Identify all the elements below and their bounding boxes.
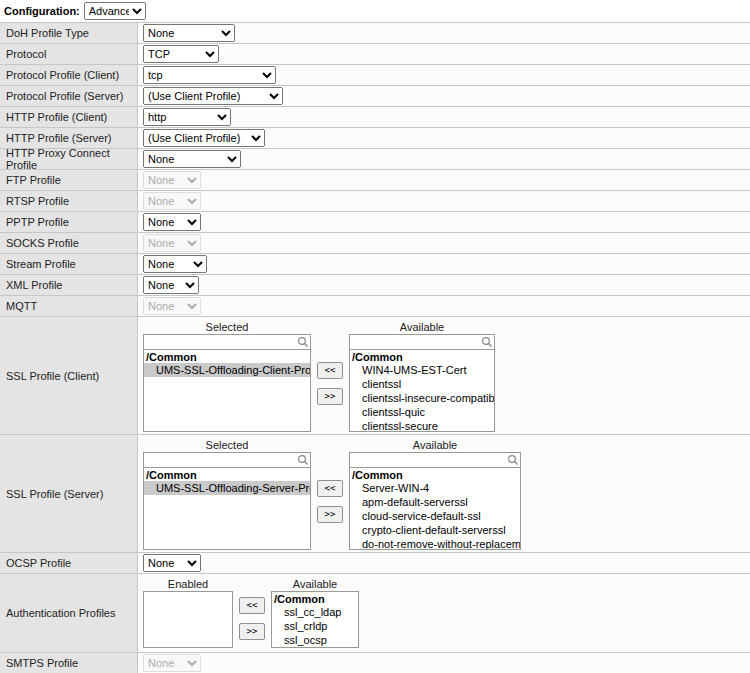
list-item[interactable]: clientssl-quic	[350, 405, 494, 419]
list-item[interactable]: apm-default-serverssl	[350, 495, 520, 509]
ssl-client-move-right-button[interactable]: >>	[317, 388, 343, 405]
row-label: Protocol	[0, 44, 138, 64]
protocol-profile-client-row: Protocol Profile (Client) tcp	[0, 65, 750, 86]
row-label: SOCKS Profile	[0, 233, 138, 253]
ssl-server-available-list[interactable]: /Common Server-WIN-4apm-default-serverss…	[349, 468, 521, 550]
partition-group-label: /Common	[144, 350, 310, 363]
socks-profile-select: None	[143, 234, 201, 252]
row-label: SSL Profile (Server)	[0, 435, 138, 552]
auth-enabled-list[interactable]	[143, 591, 233, 648]
selected-header: Selected	[143, 438, 311, 452]
authentication-profiles-row: Authentication Profiles Enabled << >> Av…	[0, 574, 750, 653]
available-header: Available	[271, 577, 359, 591]
ssl-server-move-right-button[interactable]: >>	[317, 506, 343, 523]
partition-group-label: /Common	[350, 468, 520, 481]
row-label: HTTP Profile (Client)	[0, 107, 138, 127]
doh-profile-type-select[interactable]: None	[143, 24, 235, 42]
http-proxy-connect-profile-select[interactable]: None	[143, 150, 241, 168]
row-label: Authentication Profiles	[0, 574, 138, 652]
list-item[interactable]: WIN4-UMS-EST-Cert	[350, 363, 494, 377]
search-icon	[297, 454, 309, 466]
ssl-server-selected-list[interactable]: /Common UMS-SSL-Offloading-Server-Profil…	[143, 468, 311, 550]
configuration-mode-select[interactable]: Advanced	[84, 2, 146, 20]
row-label: XML Profile	[0, 275, 138, 295]
selected-header: Selected	[143, 320, 311, 334]
row-label: Stream Profile	[0, 254, 138, 274]
protocol-profile-server-row: Protocol Profile (Server) (Use Client Pr…	[0, 86, 750, 107]
rtsp-profile-select: None	[143, 192, 201, 210]
available-header: Available	[349, 320, 495, 334]
http-proxy-connect-profile-row: HTTP Proxy Connect Profile None	[0, 149, 750, 170]
list-item[interactable]: Server-WIN-4	[350, 481, 520, 495]
mqtt-select: None	[143, 297, 201, 315]
row-label: FTP Profile	[0, 170, 138, 190]
row-label: MQTT	[0, 296, 138, 316]
list-item[interactable]: clientssl	[350, 377, 494, 391]
stream-profile-select[interactable]: None	[143, 255, 207, 273]
auth-move-right-button[interactable]: >>	[239, 623, 265, 640]
socks-profile-row: SOCKS Profile None	[0, 233, 750, 254]
list-item[interactable]: ssl_ocsp	[272, 633, 358, 647]
row-label: Protocol Profile (Client)	[0, 65, 138, 85]
search-icon	[297, 336, 309, 348]
pptp-profile-row: PPTP Profile None	[0, 212, 750, 233]
list-item[interactable]: ssl_cc_ldap	[272, 605, 358, 619]
ssl-profile-client-row: SSL Profile (Client) Selected /Common UM…	[0, 317, 750, 435]
partition-group-label: /Common	[272, 592, 358, 605]
search-icon	[481, 336, 493, 348]
ssl-server-selected-search-input[interactable]	[143, 452, 311, 468]
ssl-client-selected-list[interactable]: /Common UMS-SSL-Offloading-Client-Profil…	[143, 350, 311, 432]
list-item-selected[interactable]: UMS-SSL-Offloading-Server-Profile	[144, 481, 310, 495]
xml-profile-row: XML Profile None	[0, 275, 750, 296]
protocol-row: Protocol TCP	[0, 44, 750, 65]
rtsp-profile-row: RTSP Profile None	[0, 191, 750, 212]
mqtt-row: MQTT None	[0, 296, 750, 317]
http-profile-server-row: HTTP Profile (Server) (Use Client Profil…	[0, 128, 750, 149]
protocol-profile-server-select[interactable]: (Use Client Profile)	[143, 87, 283, 105]
ocsp-profile-select[interactable]: None	[143, 554, 201, 572]
list-item[interactable]: ssl_crldp	[272, 619, 358, 633]
list-item[interactable]: clientssl-insecure-compatible	[350, 391, 494, 405]
auth-move-left-button[interactable]: <<	[239, 597, 265, 614]
list-item[interactable]: crypto-client-default-serverssl	[350, 523, 520, 537]
ocsp-profile-row: OCSP Profile None	[0, 553, 750, 574]
row-label: SSL Profile (Client)	[0, 317, 138, 434]
http-profile-server-select[interactable]: (Use Client Profile)	[143, 129, 265, 147]
ssl-server-move-left-button[interactable]: <<	[317, 480, 343, 497]
ssl-client-move-left-button[interactable]: <<	[317, 362, 343, 379]
row-label: PPTP Profile	[0, 212, 138, 232]
ssl-client-available-search-input[interactable]	[349, 334, 495, 350]
list-item[interactable]: clientssl-secure	[350, 419, 494, 432]
list-item[interactable]: do-not-remove-without-replacement	[350, 537, 520, 550]
ssl-server-available-search-input[interactable]	[349, 452, 521, 468]
xml-profile-select[interactable]: None	[143, 276, 199, 294]
http-profile-client-select[interactable]: http	[143, 108, 231, 126]
smtps-profile-select: None	[143, 654, 201, 672]
row-label: DoH Profile Type	[0, 23, 138, 43]
row-label: HTTP Proxy Connect Profile	[0, 149, 138, 169]
http-profile-client-row: HTTP Profile (Client) http	[0, 107, 750, 128]
ssl-client-selected-search-input[interactable]	[143, 334, 311, 350]
protocol-select[interactable]: TCP	[143, 45, 219, 63]
partition-group-label: /Common	[350, 350, 494, 363]
ssl-client-available-list[interactable]: /Common WIN4-UMS-EST-Certclientsslclient…	[349, 350, 495, 432]
list-item-selected[interactable]: UMS-SSL-Offloading-Client-Profile	[144, 363, 310, 377]
row-label: HTTP Profile (Server)	[0, 128, 138, 148]
ftp-profile-select: None	[143, 171, 201, 189]
row-label: Protocol Profile (Server)	[0, 86, 138, 106]
available-header: Available	[349, 438, 521, 452]
protocol-profile-client-select[interactable]: tcp	[143, 66, 276, 84]
configuration-label: Configuration:	[4, 5, 80, 17]
ssl-profile-server-row: SSL Profile (Server) Selected /Common UM…	[0, 435, 750, 553]
ftp-profile-row: FTP Profile None	[0, 170, 750, 191]
smtps-profile-row: SMTPS Profile None	[0, 653, 750, 673]
profiles-settings-table: DoH Profile Type None Protocol TCP Proto…	[0, 22, 750, 673]
list-item[interactable]: cloud-service-default-ssl	[350, 509, 520, 523]
search-icon	[507, 454, 519, 466]
row-label: RTSP Profile	[0, 191, 138, 211]
row-label: OCSP Profile	[0, 553, 138, 573]
pptp-profile-select[interactable]: None	[143, 213, 201, 231]
doh-profile-type-row: DoH Profile Type None	[0, 23, 750, 44]
configuration-bar: Configuration: Advanced	[0, 0, 750, 22]
auth-available-list[interactable]: /Common ssl_cc_ldapssl_crldpssl_ocsp	[271, 591, 359, 648]
